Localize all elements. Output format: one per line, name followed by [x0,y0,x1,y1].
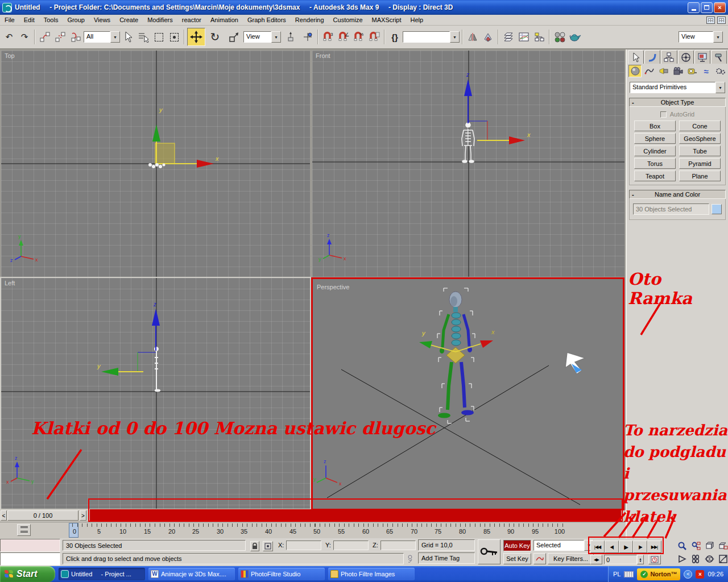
edit-named-selection-sets-button[interactable]: {} [387,30,402,44]
align-button[interactable] [481,30,495,44]
open-mini-curve-editor-button[interactable] [17,524,31,536]
menu-create[interactable]: Create [115,15,143,24]
key-filter-set-dropdown[interactable]: Selected ▼ [533,540,594,551]
plane-button[interactable]: Plane [679,171,721,181]
set-keys-button[interactable] [478,539,500,564]
named-selection-sets-dropdown[interactable]: ▼ [403,31,460,43]
set-key-button[interactable]: Set Key [503,553,531,564]
systems-category-button[interactable] [714,65,727,77]
docked-grid-icon[interactable] [706,16,715,24]
cone-button[interactable]: Cone [679,120,721,131]
sphere-button[interactable]: Sphere [634,133,676,144]
rectangular-selection-region-button[interactable] [151,30,166,44]
tray-alert-icon[interactable]: × [696,570,704,579]
material-editor-button[interactable] [552,30,567,44]
bind-to-space-warp-button[interactable] [68,30,83,44]
select-and-manipulate-button[interactable] [300,30,315,44]
y-coordinate-field[interactable] [333,541,369,550]
norton-badge[interactable]: ✓ Norton™ [637,568,680,580]
dropdown-arrow-icon[interactable]: ▼ [450,31,460,43]
close-button[interactable]: × [714,2,726,13]
taskbar-task-word[interactable]: W Animacje w 3Ds Max.... [148,568,235,580]
menu-views[interactable]: Views [89,15,115,24]
select-by-name-button[interactable] [136,30,151,44]
language-indicator[interactable]: PL [613,571,621,577]
primitive-category-dropdown[interactable]: Standard Primitives ▼ [630,82,725,93]
curve-editor-button[interactable] [516,30,531,44]
use-pivot-point-center-button[interactable] [282,28,300,46]
taskbar-task-photofiltre-images[interactable]: Photo Filtre Images [328,568,415,580]
frame-spinner[interactable]: ▲ ▼ [637,555,644,564]
time-slider-next-button[interactable]: > [80,510,86,521]
taskbar-task-3dsmax[interactable]: Untitled - Project ... [59,568,145,580]
geometry-category-button[interactable] [628,65,642,77]
auto-key-button[interactable]: Auto Key [503,540,531,551]
key-mode-toggle[interactable]: ◀▶ [590,555,602,564]
zoom-all-button[interactable] [689,539,702,552]
render-type-dropdown[interactable]: View ▼ [679,31,723,43]
cameras-category-button[interactable] [671,65,684,77]
cylinder-button[interactable]: Cylinder [634,146,676,156]
torus-button[interactable]: Torus [634,158,676,169]
name-and-color-header[interactable]: - Name and Color [629,190,726,199]
docked-window-icon[interactable] [717,16,726,24]
snaps-toggle-button[interactable]: 3 [321,30,336,44]
minimize-button[interactable] [688,2,700,13]
menu-group[interactable]: Group [63,15,89,24]
start-button[interactable]: Start [0,566,55,582]
geosphere-button[interactable]: GeoSphere [679,133,721,144]
select-object-button[interactable] [121,30,135,44]
spinner-down-icon[interactable]: ▼ [639,560,642,562]
object-type-header[interactable]: - Object Type [629,98,726,107]
layer-manager-button[interactable] [501,30,516,44]
keyboard-layout-icon[interactable] [624,571,634,577]
teapot-button[interactable]: Teapot [634,171,676,181]
add-time-tag[interactable]: Add Time Tag [418,552,475,564]
tab-motion[interactable] [678,50,694,64]
redo-button[interactable]: ↷ [17,30,32,44]
angle-snap-toggle-button[interactable]: ∠ [336,30,351,44]
maxscript-mini-listener[interactable] [0,552,60,566]
tab-display[interactable] [694,50,710,64]
undo-button[interactable]: ↶ [2,30,16,44]
arc-rotate-button[interactable] [703,552,716,565]
viewport-front[interactable]: Front z [312,51,624,277]
autogrid-checkbox[interactable] [660,111,667,118]
play-button[interactable]: ▶ [619,541,633,553]
menu-graph-editors[interactable]: Graph Editors [243,15,291,24]
percent-snap-toggle-button[interactable]: % [351,30,366,44]
time-slider-value[interactable]: 0 / 100 [7,510,78,521]
spinner-snap-toggle-button[interactable] [367,30,382,44]
taskbar-task-photofiltre[interactable]: PhotoFiltre Studio [238,568,325,580]
viewport-perspective[interactable]: Perspective [312,278,624,509]
tab-utilities[interactable] [711,50,727,64]
maxscript-mini-listener-macro[interactable] [0,539,60,552]
viewport-front-label[interactable]: Front [316,52,330,59]
next-frame-button[interactable]: |▶ [633,541,647,553]
viewport-perspective-label[interactable]: Perspective [317,284,349,290]
unlink-selection-button[interactable] [53,30,68,44]
dropdown-arrow-icon[interactable]: ▼ [271,31,281,43]
tab-modify[interactable] [644,50,660,64]
space-warps-category-button[interactable]: ≈ [700,65,713,77]
dropdown-arrow-icon[interactable]: ▼ [713,31,723,43]
box-button[interactable]: Box [634,120,676,131]
selection-lock-toggle[interactable] [250,541,259,551]
absolute-offset-toggle[interactable] [263,541,273,551]
menu-tools[interactable]: Tools [39,15,63,24]
time-configuration-button[interactable] [648,555,661,564]
previous-frame-button[interactable]: ◀| [605,541,619,553]
restore-button[interactable] [701,2,713,13]
tube-button[interactable]: Tube [679,146,721,156]
tab-create[interactable] [628,50,644,64]
tray-chevron-icon[interactable]: < [684,570,692,579]
reference-coordinate-system-dropdown[interactable]: View ▼ [243,31,281,43]
keyboard-shortcut-override-toggle[interactable] [406,555,414,565]
dropdown-arrow-icon[interactable]: ▼ [715,82,725,93]
zoom-extents-button[interactable] [703,539,716,552]
track-bar[interactable]: 0 5 10 15 20 25 30 35 40 45 50 55 60 65 … [0,522,626,538]
object-color-swatch[interactable] [712,204,722,214]
pan-view-button[interactable] [689,552,702,565]
lights-category-button[interactable] [657,65,670,77]
time-slider-prev-button[interactable]: < [1,510,7,521]
